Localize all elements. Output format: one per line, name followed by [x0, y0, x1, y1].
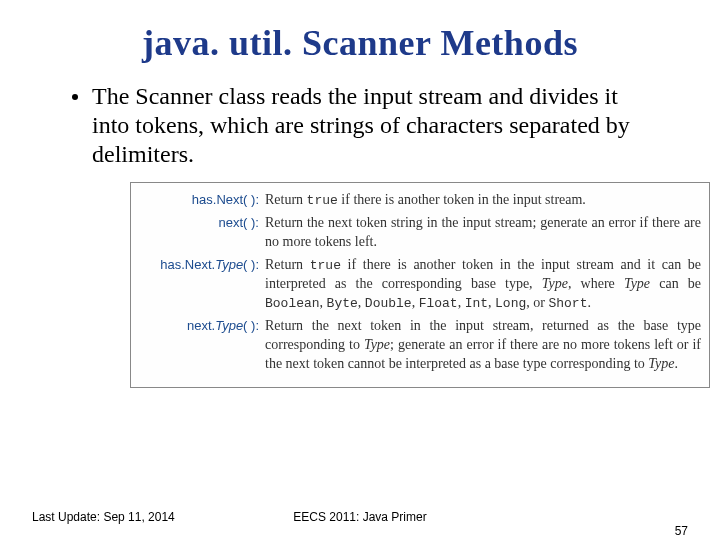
method-desc: Return the next token in the input strea… [265, 317, 707, 374]
method-desc: Return true if there is another token in… [265, 191, 707, 210]
method-desc: Return true if there is another token in… [265, 256, 707, 313]
methods-table: has.Next( ): Return true if there is ano… [130, 182, 710, 388]
method-name-nexttype: next.Type( ): [133, 317, 265, 335]
intro-text: The Scanner class reads the input stream… [92, 82, 654, 168]
method-name-next: next( ): [133, 214, 265, 232]
table-row: next( ): Return the next token string in… [133, 214, 707, 252]
table-row: has.Next.Type( ): Return true if there i… [133, 256, 707, 313]
slide-number: 57 [675, 524, 688, 538]
method-name-hasnexttype: has.Next.Type( ): [133, 256, 265, 274]
table-row: next.Type( ): Return the next token in t… [133, 317, 707, 374]
bullet-row: The Scanner class reads the input stream… [72, 82, 654, 168]
table-row: has.Next( ): Return true if there is ano… [133, 191, 707, 210]
page-title: java. util. Scanner Methods [40, 22, 680, 64]
method-name-hasnext: has.Next( ): [133, 191, 265, 209]
footer-date: Last Update: Sep 11, 2014 [32, 510, 175, 524]
method-desc: Return the next token string in the inpu… [265, 214, 707, 252]
footer: Last Update: Sep 11, 2014 EECS 2011: Jav… [0, 510, 720, 524]
slide: java. util. Scanner Methods The Scanner … [0, 0, 720, 540]
bullet-dot [72, 94, 78, 100]
